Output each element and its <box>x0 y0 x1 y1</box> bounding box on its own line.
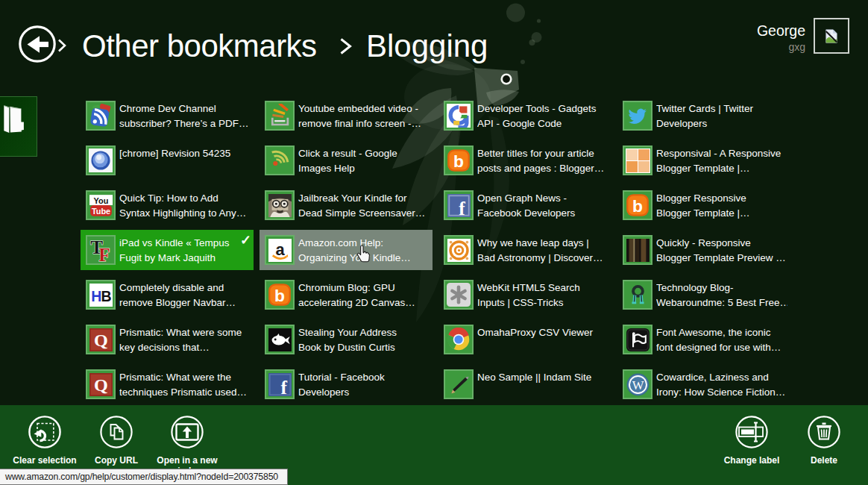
svg-text:b: b <box>453 151 464 171</box>
svg-text:H: H <box>91 287 101 304</box>
svg-text:f: f <box>280 376 287 395</box>
svg-text:b: b <box>274 286 285 305</box>
svg-text:Q: Q <box>94 375 108 395</box>
svg-text:Q: Q <box>94 331 108 350</box>
svg-text:b: b <box>632 196 643 216</box>
svg-text:a: a <box>275 240 285 258</box>
svg-text:f: f <box>459 197 465 216</box>
svg-text:You: You <box>93 195 108 204</box>
svg-text:B: B <box>101 287 111 304</box>
svg-text:W: W <box>632 378 644 392</box>
svg-text:Tube: Tube <box>91 206 110 215</box>
svg-text:F: F <box>98 245 110 262</box>
